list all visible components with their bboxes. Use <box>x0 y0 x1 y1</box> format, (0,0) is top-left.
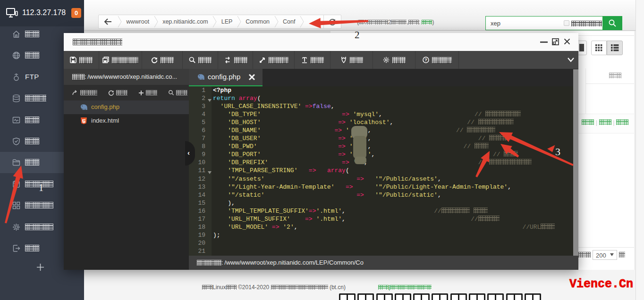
svg-text:?: ? <box>424 58 427 62</box>
